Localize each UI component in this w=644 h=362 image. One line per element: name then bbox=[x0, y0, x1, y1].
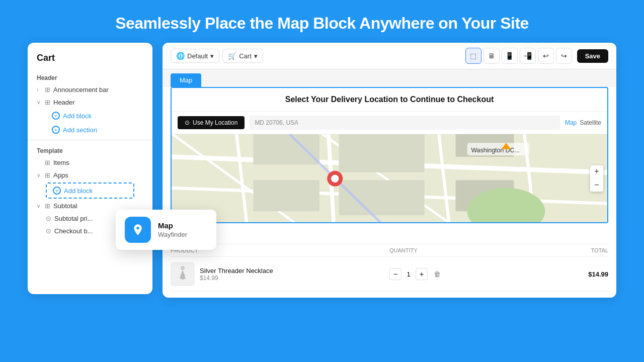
svg-rect-12 bbox=[253, 180, 319, 211]
header-section-label: Header bbox=[28, 70, 152, 83]
add-block-apps-container: + Add block bbox=[46, 183, 134, 199]
mobile-view-btn[interactable]: 📲 bbox=[520, 48, 536, 64]
grid-icon2: ⊞ bbox=[45, 99, 50, 106]
chevron-right-icon: › bbox=[37, 87, 42, 93]
map-controls-row: ⊙ Use My Location MD 20706, USA Map Sate… bbox=[172, 112, 607, 134]
grid-icon5: ⊞ bbox=[45, 202, 50, 210]
map-type-map[interactable]: Map bbox=[565, 119, 577, 126]
cart-label: Cart bbox=[239, 52, 252, 60]
col-quantity: QUANTITY bbox=[389, 247, 499, 253]
browser-toolbar: 🌐 Default ▾ 🛒 Cart ▾ ⬚ 🖥 📱 📲 ↩ ↪ Save bbox=[163, 43, 616, 69]
tooltip-subtitle: Wayfinder bbox=[158, 231, 187, 238]
hero-title: Seamlessly Place the Map Block Anywhere … bbox=[0, 0, 644, 43]
chevron-down-icon: ∨ bbox=[37, 100, 42, 105]
use-location-label: Use My Location bbox=[193, 119, 237, 126]
map-zoom-controls: + − bbox=[590, 165, 603, 192]
chevron-down-icon2: ∨ bbox=[37, 172, 42, 178]
grid-icon: ⊞ bbox=[45, 86, 50, 94]
grid-icon4: ⊞ bbox=[45, 171, 50, 179]
zoom-in-btn[interactable]: + bbox=[590, 165, 603, 178]
map-type-satellite[interactable]: Satellite bbox=[580, 119, 601, 126]
right-panel: 🌐 Default ▾ 🛒 Cart ▾ ⬚ 🖥 📱 📲 ↩ ↪ Save bbox=[163, 43, 616, 298]
add-section-button[interactable]: + Add section bbox=[28, 123, 106, 137]
desktop-view-btn[interactable]: 🖥 bbox=[484, 48, 500, 64]
grid-icon3: ⊞ bbox=[45, 159, 50, 166]
plus-icon2: + bbox=[53, 187, 61, 195]
subtotal-label: Subtotal bbox=[53, 202, 77, 210]
svg-text:Washington DC...: Washington DC... bbox=[471, 147, 519, 154]
checkout-btn-label: Checkout b... bbox=[54, 227, 93, 235]
map-tab[interactable]: Map bbox=[171, 73, 201, 87]
zoom-out-btn[interactable]: − bbox=[590, 178, 603, 192]
product-thumbnail bbox=[171, 262, 195, 286]
cart-title: Your Cart bbox=[171, 229, 608, 240]
tooltip-map-icon bbox=[125, 217, 151, 243]
plus-circle-icon: + bbox=[52, 126, 60, 134]
tag-icon: ⊙ bbox=[46, 215, 51, 222]
sidebar-item-items[interactable]: ⊞ Items bbox=[28, 156, 152, 169]
svg-rect-13 bbox=[339, 180, 424, 215]
select-tool-btn[interactable]: ⬚ bbox=[465, 48, 481, 64]
add-block-button-header[interactable]: + Add block bbox=[28, 109, 101, 123]
redo-btn[interactable]: ↪ bbox=[556, 48, 572, 64]
tooltip-text: Map Wayfinder bbox=[158, 221, 187, 238]
qty-increase-btn[interactable]: + bbox=[416, 268, 428, 280]
add-section-label: Add section bbox=[63, 126, 97, 134]
save-button[interactable]: Save bbox=[577, 49, 608, 63]
product-price: $14.99 bbox=[200, 275, 273, 282]
map-header: Select Your Delivery Location to Continu… bbox=[172, 88, 607, 112]
quantity-control: − 1 + 🗑 bbox=[389, 268, 499, 280]
item-total: $14.99 bbox=[499, 270, 609, 278]
chevron-down-icon3: ∨ bbox=[37, 203, 42, 209]
qty-decrease-btn[interactable]: − bbox=[389, 268, 401, 280]
tooltip-popup: Map Wayfinder bbox=[116, 210, 216, 250]
header-label: Header bbox=[53, 99, 75, 106]
add-block-button-apps[interactable]: + Add block bbox=[47, 184, 102, 198]
undo-btn[interactable]: ↩ bbox=[538, 48, 554, 64]
panel-title: Cart bbox=[28, 53, 152, 70]
plus-icon: + bbox=[52, 112, 60, 120]
apps-label: Apps bbox=[53, 171, 68, 179]
items-label: Items bbox=[53, 159, 69, 166]
dropdown-arrow: ▾ bbox=[210, 52, 214, 60]
default-dropdown[interactable]: 🌐 Default ▾ bbox=[171, 49, 219, 63]
cart-table-header: PRODUCT QUANTITY TOTAL bbox=[171, 244, 608, 257]
template-section-label: Template bbox=[28, 143, 152, 156]
map-title: Select Your Delivery Location to Continu… bbox=[180, 95, 599, 104]
add-block-apps-label: Add block bbox=[64, 187, 93, 195]
product-name: Silver Threader Necklace bbox=[200, 267, 273, 275]
svg-rect-9 bbox=[253, 134, 319, 164]
map-type-buttons: Map Satellite bbox=[565, 119, 601, 126]
address-text: MD 20706, USA bbox=[255, 119, 298, 126]
delete-item-icon[interactable]: 🗑 bbox=[434, 270, 441, 278]
svg-point-18 bbox=[331, 175, 339, 183]
address-field[interactable]: MD 20706, USA bbox=[250, 116, 560, 130]
cart-section: Your Cart PRODUCT QUANTITY TOTAL Silve bbox=[163, 223, 616, 298]
qty-value: 1 bbox=[405, 270, 413, 278]
map-section: Select Your Delivery Location to Continu… bbox=[171, 87, 608, 223]
location-icon: ⊙ bbox=[185, 119, 190, 126]
sidebar-item-apps[interactable]: ∨ ⊞ Apps bbox=[28, 169, 152, 182]
default-label: Default bbox=[187, 52, 208, 60]
product-info: Silver Threader Necklace $14.99 bbox=[171, 262, 389, 286]
announcement-label: Announcement bar bbox=[53, 86, 109, 94]
add-block-label: Add block bbox=[63, 112, 92, 120]
table-row: Silver Threader Necklace $14.99 − 1 + 🗑 … bbox=[171, 257, 608, 292]
left-panel: Cart Header › ⊞ Announcement bar ∨ ⊞ Hea… bbox=[28, 43, 152, 294]
map-display: Washington DC... + − bbox=[172, 134, 607, 222]
cart-dropdown-arrow: ▾ bbox=[254, 52, 258, 60]
svg-point-22 bbox=[181, 266, 185, 270]
product-details: Silver Threader Necklace $14.99 bbox=[200, 267, 273, 282]
sidebar-item-header[interactable]: ∨ ⊞ Header bbox=[28, 96, 152, 109]
sidebar-item-announcement[interactable]: › ⊞ Announcement bar bbox=[28, 83, 152, 96]
cart-dropdown[interactable]: 🛒 Cart ▾ bbox=[222, 49, 263, 63]
col-total: TOTAL bbox=[499, 247, 609, 253]
btn-icon: ⊙ bbox=[46, 227, 51, 235]
toolbar-icons: ⬚ 🖥 📱 📲 ↩ ↪ Save bbox=[465, 48, 608, 64]
tooltip-name: Map bbox=[158, 221, 187, 230]
tablet-view-btn[interactable]: 📱 bbox=[502, 48, 518, 64]
use-location-button[interactable]: ⊙ Use My Location bbox=[178, 116, 245, 129]
toolbar-left: 🌐 Default ▾ 🛒 Cart ▾ bbox=[171, 49, 263, 63]
subtotal-price-label: Subtotal pri... bbox=[54, 215, 93, 222]
svg-rect-10 bbox=[339, 134, 424, 172]
